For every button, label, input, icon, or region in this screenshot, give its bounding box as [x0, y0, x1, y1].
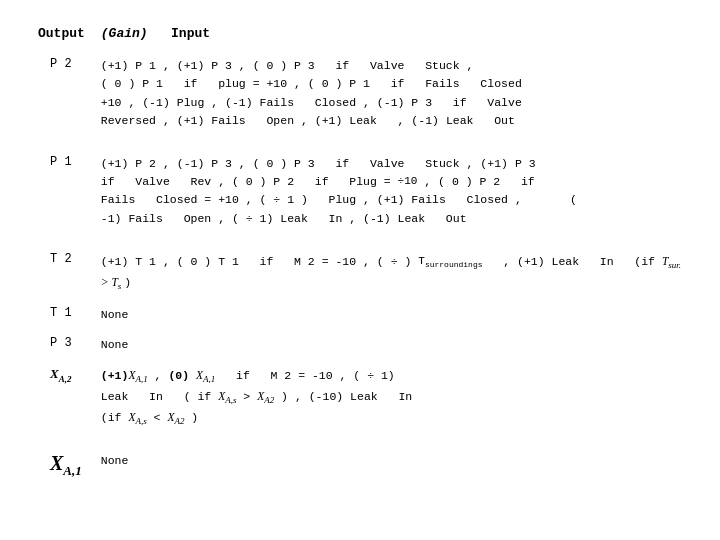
output-xa1: XA,1: [30, 446, 93, 485]
content-t1: None: [93, 300, 690, 330]
output-header: Output: [30, 20, 93, 51]
table-row: T 1 None: [30, 300, 690, 330]
table-row: P 3 None: [30, 330, 690, 360]
table-row: P 1 (+1) P 2 , (-1) P 3 , ( 0 ) P 3 if V…: [30, 149, 690, 235]
content-p1: (+1) P 2 , (-1) P 3 , ( 0 ) P 3 if Valve…: [93, 149, 690, 235]
content-p2: (+1) P 1 , (+1) P 3 , ( 0 ) P 3 if Valve…: [93, 51, 690, 137]
output-p1: P 1: [30, 149, 93, 235]
gain-label: (Gain): [101, 26, 148, 41]
table-row: P 2 (+1) P 1 , (+1) P 3 , ( 0 ) P 3 if V…: [30, 51, 690, 137]
content-xa2: (+1)XA,1 , (0) XA,1 if M 2 = -10 , ( ÷ 1…: [93, 360, 690, 434]
output-t1: T 1: [30, 300, 93, 330]
content-p3: None: [93, 330, 690, 360]
table-row: XA,1 None: [30, 446, 690, 485]
content-xa1: None: [93, 446, 690, 485]
table-header: Output (Gain) Input: [30, 20, 690, 51]
output-p2: P 2: [30, 51, 93, 137]
output-xa2: XA,2: [30, 360, 93, 434]
content-t2: (+1) T 1 , ( 0 ) T 1 if M 2 = -10 , ( ÷ …: [93, 246, 690, 299]
input-label: Input: [171, 26, 210, 41]
table-row: T 2 (+1) T 1 , ( 0 ) T 1 if M 2 = -10 , …: [30, 246, 690, 299]
spacer-row: [30, 434, 690, 446]
spacer-row: [30, 137, 690, 149]
table-row: XA,2 (+1)XA,1 , (0) XA,1 if M 2 = -10 , …: [30, 360, 690, 434]
gain-input-header: (Gain) Input: [93, 20, 690, 51]
spacer-row: [30, 234, 690, 246]
output-p3: P 3: [30, 330, 93, 360]
output-t2: T 2: [30, 246, 93, 299]
